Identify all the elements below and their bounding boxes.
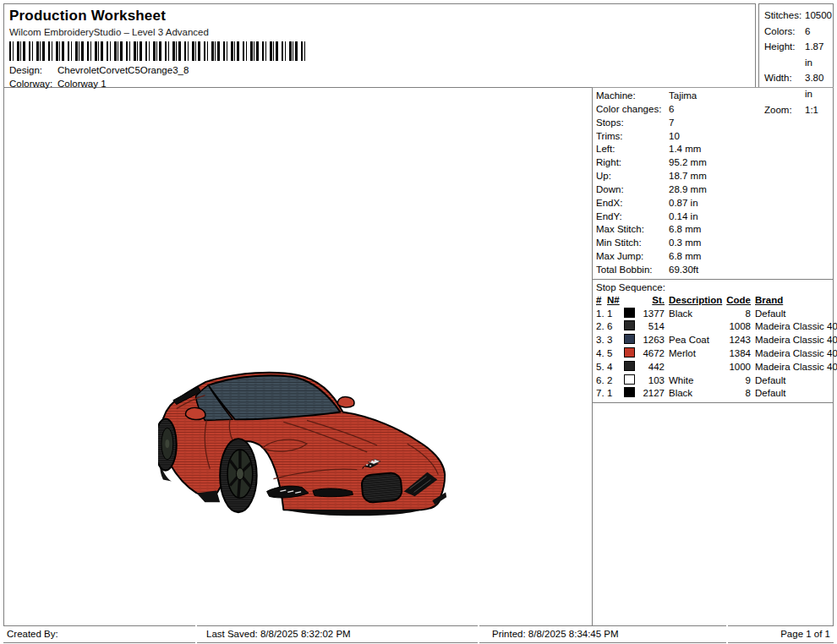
stop-sequence-table: Stop Sequence: # N# St. Description Code… xyxy=(593,281,834,403)
info-value: 0.87 in xyxy=(669,197,834,210)
thread-code: 1384 xyxy=(725,347,755,361)
info-label: Trims: xyxy=(596,130,669,144)
thread-description: White xyxy=(669,374,725,388)
info-value: 28.9 mm xyxy=(669,183,834,197)
thread-color-swatch xyxy=(624,320,635,330)
design-row: Design: ChevroletCorvetC5Orange3_8 xyxy=(9,65,189,75)
car-left-mirror xyxy=(186,407,205,419)
info-row: Max Jump:6.8 mm xyxy=(596,250,834,264)
needle-number: 2 xyxy=(607,374,624,388)
thread-color-swatch xyxy=(624,387,635,397)
col-num: # xyxy=(596,294,607,308)
summary-value: 10500 xyxy=(805,8,833,24)
header-box: Production Worksheet Wilcom EmbroiderySt… xyxy=(3,3,756,88)
info-row: Color changes:6 xyxy=(596,103,834,117)
summary-label: Height: xyxy=(764,39,805,70)
panel-divider xyxy=(593,279,834,280)
machine-info-panel: Machine:Tajima Color changes:6 Stops:7 T… xyxy=(592,87,834,625)
stitch-count: 1263 xyxy=(638,334,669,347)
stitch-count: 514 xyxy=(638,320,669,334)
car-grille xyxy=(361,472,402,504)
info-value: 69.30ft xyxy=(669,264,834,277)
info-row: Total Bobbin:69.30ft xyxy=(596,264,834,277)
thread-color-swatch xyxy=(624,334,635,344)
col-description: Description xyxy=(669,294,725,308)
info-row: Left:1.4 mm xyxy=(596,143,834,156)
table-row: 2.65141008Madeira Classic 40 xyxy=(593,320,834,334)
thread-description: Merlot xyxy=(669,347,725,361)
table-row: 6.2103White9Default xyxy=(593,374,834,388)
info-row: EndX:0.87 in xyxy=(596,197,834,210)
info-label: Up: xyxy=(596,170,669,183)
info-value: Tajima xyxy=(669,90,834,103)
thread-brand: Default xyxy=(755,387,834,401)
summary-label: Stitches: xyxy=(764,8,805,24)
thread-code: 9 xyxy=(725,374,755,388)
production-worksheet-page: Production Worksheet Wilcom EmbroiderySt… xyxy=(0,0,837,644)
info-value: 10 xyxy=(669,130,834,144)
summary-box: Stitches:10500 Colors:6 Height:1.87 in W… xyxy=(758,3,834,88)
info-row: Right:95.2 mm xyxy=(596,156,834,170)
col-code: Code xyxy=(725,294,755,308)
summary-row: Colors:6 xyxy=(764,24,833,40)
row-num: 2. xyxy=(596,320,607,334)
thread-description: Black xyxy=(669,308,725,321)
table-row: 3.31263Pea Coat1243Madeira Classic 40 xyxy=(593,334,834,347)
info-label: Stops: xyxy=(596,117,669,130)
barcode-icon xyxy=(9,41,305,61)
table-row: 5.44421000Madeira Classic 40 xyxy=(593,361,834,374)
thread-description: Black xyxy=(669,387,725,401)
thread-code: 1243 xyxy=(725,334,755,347)
embroidery-car-image xyxy=(158,368,459,527)
thread-brand: Default xyxy=(755,374,834,388)
info-value: 6 xyxy=(669,103,834,117)
stitch-count: 103 xyxy=(638,374,669,388)
info-value: 6.8 mm xyxy=(669,223,834,237)
needle-number: 5 xyxy=(607,347,624,361)
info-value: 1.4 mm xyxy=(669,143,834,156)
summary-label: Colors: xyxy=(764,24,805,40)
info-label: Min Stitch: xyxy=(596,237,669,250)
col-brand: Brand xyxy=(755,294,834,308)
car-right-mirror xyxy=(337,397,354,408)
stitch-count: 442 xyxy=(638,361,669,374)
needle-number: 1 xyxy=(607,387,624,401)
thread-brand: Madeira Classic 40 xyxy=(755,347,837,361)
row-num: 1. xyxy=(596,308,607,321)
info-label: EndY: xyxy=(596,210,669,224)
thread-brand: Default xyxy=(755,308,834,321)
app-subtitle: Wilcom EmbroideryStudio – Level 3 Advanc… xyxy=(9,27,209,37)
thread-code: 1008 xyxy=(725,320,755,334)
stitch-count: 1377 xyxy=(638,308,669,321)
info-value: 18.7 mm xyxy=(669,170,834,183)
thread-color-swatch xyxy=(624,308,635,318)
thread-brand: Madeira Classic 40 xyxy=(755,320,837,334)
stitch-count: 4672 xyxy=(638,347,669,361)
info-label: Max Jump: xyxy=(596,250,669,264)
info-row: Down:28.9 mm xyxy=(596,183,834,197)
thread-color-swatch xyxy=(624,374,635,385)
info-row: Up:18.7 mm xyxy=(596,170,834,183)
row-num: 7. xyxy=(596,387,607,401)
page-title: Production Worksheet xyxy=(9,8,166,25)
thread-color-swatch xyxy=(624,361,635,371)
info-label: Down: xyxy=(596,183,669,197)
summary-row: Stitches:10500 xyxy=(764,8,833,24)
created-by-cell: Created By: xyxy=(3,625,195,643)
info-value: 6.8 mm xyxy=(669,250,834,264)
row-num: 5. xyxy=(596,361,607,374)
last-saved-cell: Last Saved: 8/8/2025 8:32:02 PM xyxy=(197,625,478,643)
car-rear-wheel xyxy=(158,418,177,470)
info-value: 95.2 mm xyxy=(669,156,834,170)
thread-color-swatch xyxy=(624,347,635,357)
needle-number: 3 xyxy=(607,334,624,347)
info-row: Max Stitch:6.8 mm xyxy=(596,223,834,237)
info-label: Right: xyxy=(596,156,669,170)
stop-sequence-title: Stop Sequence: xyxy=(593,281,834,294)
info-value: 0.14 in xyxy=(669,210,834,224)
info-label: Machine: xyxy=(596,90,669,103)
needle-number: 6 xyxy=(607,320,624,334)
thread-code: 8 xyxy=(725,387,755,401)
summary-value: 1.87 in xyxy=(805,39,833,70)
info-label: EndX: xyxy=(596,197,669,210)
